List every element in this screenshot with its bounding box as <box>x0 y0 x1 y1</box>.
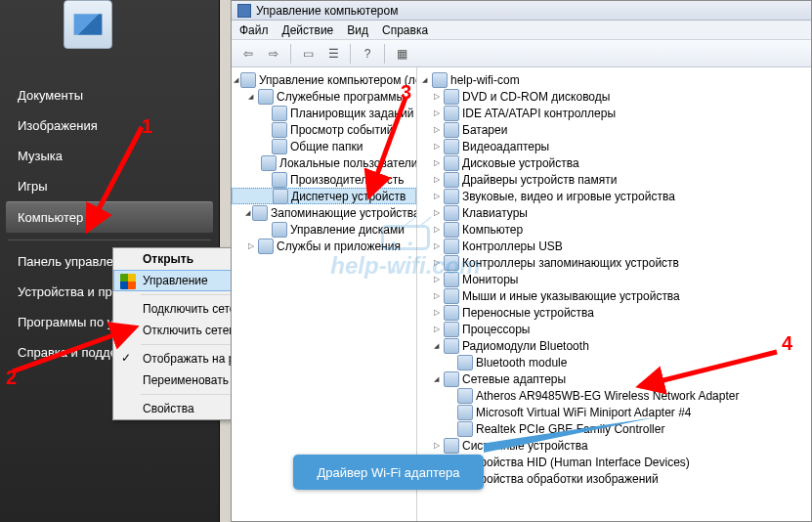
node-icon <box>444 205 459 221</box>
menu-1[interactable]: Действие <box>282 23 334 37</box>
dev-cat-1[interactable]: IDE ATA/ATAPI контроллеры <box>417 105 811 121</box>
computer-icon <box>64 0 112 49</box>
dev-cat-4[interactable]: Дисковые устройства <box>417 154 811 171</box>
twisty-icon[interactable] <box>245 91 256 102</box>
node-icon <box>444 338 459 354</box>
dev-cat-5[interactable]: Драйверы устройств памяти <box>417 171 811 188</box>
node-icon <box>444 222 459 238</box>
node-icon <box>457 355 473 370</box>
window-title: Управление компьютером <box>256 4 398 18</box>
tree-group-1[interactable]: Запоминающие устройства <box>232 204 416 221</box>
device-tree[interactable]: help-wifi-comDVD и CD-ROM дисководыIDE A… <box>417 67 811 521</box>
twisty-icon[interactable] <box>419 74 430 85</box>
annotation-4: 4 <box>782 332 792 355</box>
menu-0[interactable]: Файл <box>239 23 269 37</box>
node-icon <box>457 421 473 437</box>
twisty-icon[interactable] <box>431 340 442 351</box>
dev-item-16-2[interactable]: Realtek PCIe GBE Family Controller <box>417 420 811 437</box>
node-icon <box>258 239 274 254</box>
twisty-icon[interactable] <box>431 240 442 251</box>
app-icon <box>237 4 251 18</box>
node-icon <box>444 305 459 321</box>
dev-item-16-0[interactable]: Atheros AR9485WB-EG Wireless Network Ada… <box>417 387 811 404</box>
twisty-icon[interactable] <box>431 108 442 118</box>
dev-cat-15[interactable]: Радиомодули Bluetooth <box>417 337 811 354</box>
node-icon <box>444 288 459 304</box>
properties-button[interactable]: ☰ <box>322 43 344 65</box>
dev-cat-7[interactable]: Клавиатуры <box>417 204 811 221</box>
node-icon <box>444 155 459 171</box>
twisty-icon[interactable] <box>431 207 442 218</box>
dev-cat-9[interactable]: Контроллеры USB <box>417 238 811 254</box>
tree-item-0-5[interactable]: Диспетчер устройств <box>232 188 416 204</box>
annotation-1: 1 <box>142 115 152 138</box>
twisty-icon[interactable] <box>431 224 442 235</box>
node-icon <box>273 189 288 204</box>
twisty-icon[interactable] <box>245 207 250 218</box>
callout-text: Драйвер Wi-Fi адаптера <box>318 465 460 480</box>
up-button[interactable]: ▭ <box>297 43 319 65</box>
twisty-icon[interactable] <box>245 240 256 251</box>
twisty-icon[interactable] <box>431 324 442 334</box>
dev-root[interactable]: help-wifi-com <box>417 71 811 88</box>
start-item-1[interactable]: Изображения <box>0 110 219 141</box>
tree-group-2[interactable]: Службы и приложения <box>232 238 416 254</box>
dev-cat-17[interactable]: Системные устройства <box>417 437 811 454</box>
dev-cat-10[interactable]: Контроллеры запоминающих устройств <box>417 254 811 271</box>
node-icon <box>272 139 287 154</box>
twisty-icon[interactable] <box>431 157 442 168</box>
node-icon <box>261 155 277 171</box>
dev-cat-14[interactable]: Процессоры <box>417 321 811 337</box>
tree-item-0-4[interactable]: Производительность <box>232 171 416 188</box>
twisty-icon[interactable] <box>431 124 442 135</box>
dev-cat-8[interactable]: Компьютер <box>417 221 811 238</box>
dev-cat-6[interactable]: Звуковые, видео и игровые устройства <box>417 188 811 204</box>
node-icon <box>258 89 274 105</box>
menu-2[interactable]: Вид <box>347 23 368 37</box>
dev-item-15-0[interactable]: Bluetooth module <box>417 354 811 370</box>
view-button[interactable]: ▦ <box>391 43 412 65</box>
help-button[interactable]: ? <box>357 43 378 65</box>
tree-root[interactable]: Управление компьютером (локальным) <box>232 71 416 88</box>
twisty-icon[interactable] <box>431 290 442 301</box>
dev-item-16-1[interactable]: Microsoft Virtual WiFi Miniport Adapter … <box>417 404 811 420</box>
start-item-3[interactable]: Игры <box>0 171 219 201</box>
tree-item-0-2[interactable]: Общие папки <box>232 138 416 154</box>
dev-cat-11[interactable]: Мониторы <box>417 271 811 287</box>
back-button[interactable]: ⇦ <box>237 43 259 65</box>
twisty-icon[interactable] <box>431 191 442 201</box>
twisty-icon[interactable] <box>431 91 442 102</box>
forward-button[interactable]: ⇨ <box>263 43 284 65</box>
twisty-icon[interactable] <box>431 257 442 268</box>
dev-cat-0[interactable]: DVD и CD-ROM дисководы <box>417 88 811 105</box>
node-icon <box>444 172 459 188</box>
twisty-icon[interactable] <box>431 373 442 384</box>
twisty-icon[interactable] <box>431 274 442 284</box>
dev-cat-3[interactable]: Видеоадаптеры <box>417 138 811 154</box>
node-icon <box>444 89 459 105</box>
tree-group-0[interactable]: Служебные программы <box>232 88 416 105</box>
tree-item-0-0[interactable]: Планировщик заданий <box>232 105 416 121</box>
start-item-2[interactable]: Музыка <box>0 141 219 171</box>
twisty-icon[interactable] <box>431 440 442 451</box>
tree-item-0-1[interactable]: Просмотр событий <box>232 121 416 138</box>
tree-item-0-3[interactable]: Локальные пользователи <box>232 154 416 171</box>
console-tree[interactable]: Управление компьютером (локальным)Служеб… <box>232 67 417 521</box>
tree-item-1-0[interactable]: Управление дисками <box>232 221 416 238</box>
dev-cat-13[interactable]: Переносные устройства <box>417 304 811 321</box>
start-item-0[interactable]: Документы <box>0 80 219 110</box>
node-icon <box>444 106 459 121</box>
twisty-icon[interactable] <box>234 74 238 85</box>
node-icon <box>444 322 459 337</box>
annotation-3: 3 <box>401 81 411 104</box>
dev-cat-16[interactable]: Сетевые адаптеры <box>417 370 811 387</box>
twisty-icon[interactable] <box>431 307 442 318</box>
dev-cat-12[interactable]: Мыши и иные указывающие устройства <box>417 287 811 304</box>
node-icon <box>272 172 287 188</box>
twisty-icon[interactable] <box>431 174 442 185</box>
node-icon <box>272 106 287 121</box>
start-item-4[interactable]: Компьютер <box>6 201 213 234</box>
dev-cat-2[interactable]: Батареи <box>417 121 811 138</box>
twisty-icon[interactable] <box>431 141 442 152</box>
menu-3[interactable]: Справка <box>382 23 428 37</box>
